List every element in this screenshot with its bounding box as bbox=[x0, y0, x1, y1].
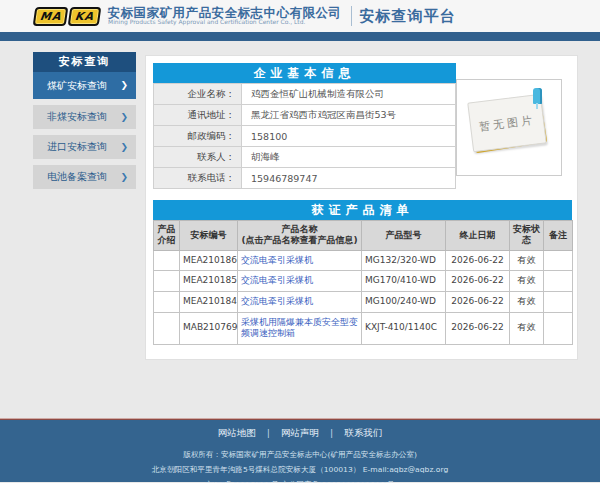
table-row: MAB210769 采煤机用隔爆兼本质安全型变频调速控制箱 KXJT-410/1… bbox=[154, 312, 573, 344]
chevron-right-icon: ❯ bbox=[120, 72, 128, 99]
product-model: KXJT-410/1140C bbox=[362, 312, 446, 344]
col-cert-number: 安标编号 bbox=[180, 221, 238, 251]
col-product-name-main: 产品名称 bbox=[282, 224, 318, 234]
contact-value: 胡海峰 bbox=[242, 147, 456, 168]
platform-title: 安标查询平台 bbox=[360, 7, 456, 26]
contact-label: 联系人： bbox=[154, 147, 242, 168]
address-label: 通讯地址： bbox=[154, 105, 242, 126]
sitemap-link[interactable]: 网站地图 bbox=[218, 427, 256, 438]
product-intro-cell bbox=[154, 291, 180, 312]
product-intro-cell bbox=[154, 271, 180, 292]
phone-label: 联系电话： bbox=[154, 168, 242, 189]
col-remark: 备注 bbox=[544, 221, 573, 251]
col-product-name-sub: (点击产品名称查看产品信息) bbox=[239, 235, 360, 246]
cert-number: MEA210185 bbox=[180, 271, 238, 292]
company-name-value: 鸡西金恒矿山机械制造有限公司 bbox=[242, 84, 456, 105]
sidebar-item-noncoal-query[interactable]: 非煤安标查询 ❯ bbox=[33, 105, 136, 129]
chevron-right-icon: ❯ bbox=[120, 135, 128, 159]
col-product-name: 产品名称 (点击产品名称查看产品信息) bbox=[238, 221, 362, 251]
no-image-text: 暂无图片 bbox=[478, 112, 535, 134]
postcode-label: 邮政编码： bbox=[154, 126, 242, 147]
chevron-right-icon: ❯ bbox=[120, 165, 128, 189]
cert-number: MEA210184 bbox=[180, 291, 238, 312]
maka-logo: MA KA bbox=[34, 7, 101, 26]
sidebar-item-label: 电池备案查询 bbox=[47, 165, 107, 189]
table-header-row: 产品介绍 安标编号 产品名称 (点击产品名称查看产品信息) 产品型号 终止日期 … bbox=[154, 221, 573, 251]
main-panel: 企业基本信息 企业名称： 鸡西金恒矿山机械制造有限公司 通讯地址： 黑龙江省鸡西… bbox=[145, 55, 578, 360]
status-badge: 有效 bbox=[510, 271, 544, 292]
sidebar-item-label: 进口安标查询 bbox=[47, 135, 107, 159]
page-footer: 网站地图 | 网站声明 | 联系我们 版权所有：安标国家矿用产品安全标志中心(矿… bbox=[0, 420, 600, 482]
end-date: 2026-06-22 bbox=[446, 250, 510, 271]
page-header: MA KA 安标国家矿用产品安全标志中心有限公司 Mining Products… bbox=[0, 0, 600, 32]
product-name-link-cell: 采煤机用隔爆兼本质安全型变频调速控制箱 bbox=[238, 312, 362, 344]
remark-cell bbox=[544, 250, 573, 271]
sidebar-item-coal-query[interactable]: 煤矿安标查询 ❯ bbox=[33, 72, 136, 99]
col-end-date: 终止日期 bbox=[446, 221, 510, 251]
end-date: 2026-06-22 bbox=[446, 271, 510, 292]
org-title-block: 安标国家矿用产品安全标志中心有限公司 Mining Products Safet… bbox=[108, 6, 342, 26]
postcode-value: 158100 bbox=[242, 126, 456, 147]
remark-cell bbox=[544, 312, 573, 344]
logo-ka-badge: KA bbox=[68, 7, 102, 26]
status-badge: 有效 bbox=[510, 312, 544, 344]
icp-text: 京ICP备05034258号 京公网安备11010502025630号 bbox=[15, 479, 585, 483]
end-date: 2026-06-22 bbox=[446, 312, 510, 344]
table-row: 邮政编码： 158100 bbox=[154, 126, 456, 147]
cert-number: MEA210186 bbox=[180, 250, 238, 271]
footer-separator: | bbox=[330, 427, 333, 438]
table-row: MEA210185 交流电牵引采煤机 MG170/410-WD 2026-06-… bbox=[154, 271, 573, 292]
status-badge: 有效 bbox=[510, 291, 544, 312]
sidebar-item-battery-query[interactable]: 电池备案查询 ❯ bbox=[33, 165, 136, 189]
sidebar-item-label: 非煤安标查询 bbox=[47, 105, 107, 129]
products-list-title: 获证产品清单 bbox=[153, 200, 572, 220]
org-name-english: Mining Products Safety Approval and Cert… bbox=[108, 19, 323, 25]
end-date: 2026-06-22 bbox=[446, 291, 510, 312]
pushpin-icon bbox=[533, 88, 542, 104]
logo-ma-badge: MA bbox=[33, 7, 69, 26]
address-text: 北京朝阳区和平里青年沟路5号煤科总院安标大厦（100013） E-mail:aq… bbox=[15, 464, 585, 474]
sidebar-item-import-query[interactable]: 进口安标查询 ❯ bbox=[33, 135, 136, 159]
col-product-model: 产品型号 bbox=[362, 221, 446, 251]
copyright-text: 版权所有：安标国家矿用产品安全标志中心(矿用产品安全标志办公室) bbox=[15, 449, 585, 459]
org-name: 安标国家矿用产品安全标志中心有限公司 bbox=[108, 6, 342, 19]
table-row: MEA210184 交流电牵引采煤机 MG100/240-WD 2026-06-… bbox=[154, 291, 573, 312]
products-table: 产品介绍 安标编号 产品名称 (点击产品名称查看产品信息) 产品型号 终止日期 … bbox=[153, 220, 573, 345]
product-name-link[interactable]: 采煤机用隔爆兼本质安全型变频调速控制箱 bbox=[241, 317, 358, 339]
table-row: 企业名称： 鸡西金恒矿山机械制造有限公司 bbox=[154, 84, 456, 105]
chevron-right-icon: ❯ bbox=[120, 105, 128, 129]
product-model: MG170/410-WD bbox=[362, 271, 446, 292]
footer-separator: | bbox=[267, 427, 270, 438]
top-blue-bar bbox=[0, 32, 600, 41]
product-name-link-cell: 交流电牵引采煤机 bbox=[238, 291, 362, 312]
company-info-title: 企业基本信息 bbox=[153, 63, 456, 83]
status-badge: 有效 bbox=[510, 250, 544, 271]
product-name-link-cell: 交流电牵引采煤机 bbox=[238, 271, 362, 292]
col-product-intro: 产品介绍 bbox=[154, 221, 180, 251]
sidebar-item-label: 煤矿安标查询 bbox=[47, 72, 107, 99]
remark-cell bbox=[544, 271, 573, 292]
remark-cell bbox=[544, 291, 573, 312]
phone-value: 15946789747 bbox=[242, 168, 456, 189]
product-intro-cell bbox=[154, 250, 180, 271]
content-area: 安标查询 煤矿安标查询 ❯ 非煤安标查询 ❯ 进口安标查询 ❯ 电池备案查询 ❯… bbox=[0, 41, 600, 418]
footer-links: 网站地图 | 网站声明 | 联系我们 bbox=[0, 427, 600, 440]
company-info-table: 企业名称： 鸡西金恒矿山机械制造有限公司 通讯地址： 黑龙江省鸡西市鸡冠区南昌街… bbox=[153, 83, 456, 189]
contact-us-link[interactable]: 联系我们 bbox=[344, 427, 382, 438]
cert-number: MAB210769 bbox=[180, 312, 238, 344]
product-name-link[interactable]: 交流电牵引采煤机 bbox=[241, 275, 313, 285]
table-row: 联系电话： 15946789747 bbox=[154, 168, 456, 189]
table-row: 联系人： 胡海峰 bbox=[154, 147, 456, 168]
product-intro-cell bbox=[154, 312, 180, 344]
product-name-link[interactable]: 交流电牵引采煤机 bbox=[241, 255, 313, 265]
header-divider bbox=[351, 6, 352, 26]
sidebar-header: 安标查询 bbox=[33, 52, 136, 72]
table-row: MEA210186 交流电牵引采煤机 MG132/320-WD 2026-06-… bbox=[154, 250, 573, 271]
table-row: 通讯地址： 黑龙江省鸡西市鸡冠区南昌街53号 bbox=[154, 105, 456, 126]
product-name-link-cell: 交流电牵引采煤机 bbox=[238, 250, 362, 271]
product-name-link[interactable]: 交流电牵引采煤机 bbox=[241, 296, 313, 306]
company-name-label: 企业名称： bbox=[154, 84, 242, 105]
sidebar-nav: 安标查询 煤矿安标查询 ❯ 非煤安标查询 ❯ 进口安标查询 ❯ 电池备案查询 ❯ bbox=[33, 52, 136, 189]
statement-link[interactable]: 网站声明 bbox=[281, 427, 319, 438]
no-image-note: 暂无图片 bbox=[470, 96, 548, 154]
